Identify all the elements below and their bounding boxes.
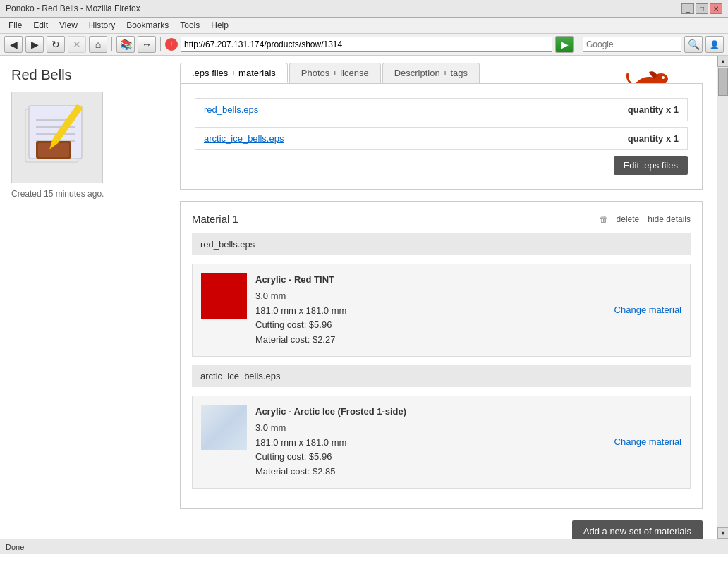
created-text: Created 15 minutes ago.	[11, 189, 154, 199]
tab-description[interactable]: Description + tags	[382, 63, 480, 83]
bookmarks-button[interactable]: 📚	[116, 36, 135, 53]
page-title: Red Bells	[11, 67, 154, 83]
change-material-link-red[interactable]: Change material	[614, 305, 681, 315]
stop-button[interactable]: ✕	[68, 36, 86, 53]
file-qty-1: quantity x 1	[628, 104, 679, 115]
toolbar: ◀ ▶ ↻ ✕ ⌂ 📚 ↔ ! ▶ 🔍 👤	[0, 34, 728, 56]
eps-section-red: red_bells.eps	[192, 233, 691, 255]
tab-bar: .eps files + materials Photos + license …	[180, 63, 703, 83]
file-row-1: red_bells.eps quantity x 1	[195, 98, 688, 121]
menu-file[interactable]: File	[3, 19, 28, 32]
material-title-1: Material 1	[192, 213, 238, 225]
material-material-cost-red: Material cost: $2.27	[255, 333, 606, 348]
scrollbar: ▲ ▼	[717, 56, 728, 539]
menu-history[interactable]: History	[83, 19, 121, 32]
main-content: .eps files + materials Photos + license …	[166, 56, 717, 539]
scroll-thumb[interactable]	[718, 68, 728, 96]
eps-section-red-label: red_bells.eps	[200, 239, 255, 250]
material-dimensions-red: 181.0 mm x 181.0 mm	[255, 304, 606, 319]
edit-btn-container: Edit .eps files	[195, 156, 688, 175]
separator-3	[578, 37, 578, 51]
home-button[interactable]: ⌂	[89, 36, 107, 53]
go-button[interactable]: ▶	[555, 36, 574, 53]
search-submit[interactable]: 🔍	[684, 36, 703, 53]
menu-tools[interactable]: Tools	[174, 19, 205, 32]
material-actions-1: 🗑 delete hide details	[600, 214, 691, 224]
window-title: Ponoko - Red Bells - Mozilla Firefox	[6, 4, 140, 13]
maximize-button[interactable]: □	[696, 3, 708, 14]
trash-icon: 🗑	[600, 214, 608, 224]
title-bar: Ponoko - Red Bells - Mozilla Firefox _ □…	[0, 0, 728, 18]
material-header-1: Material 1 🗑 delete hide details	[192, 213, 691, 225]
file-qty-2: quantity x 1	[628, 133, 679, 144]
material-detail-red: Acrylic - Red TINT 3.0 mm 181.0 mm x 181…	[192, 264, 691, 357]
add-materials-button[interactable]: Add a new set of materials	[572, 520, 703, 539]
address-bar: ! ▶	[165, 36, 574, 53]
close-button[interactable]: ✕	[710, 3, 722, 14]
scroll-track	[717, 67, 728, 527]
material-thickness-red: 3.0 mm	[255, 289, 606, 304]
status-text: Done	[6, 543, 24, 551]
window-controls: _ □ ✕	[681, 3, 722, 14]
material-name-red: Acrylic - Red TINT	[255, 273, 606, 288]
material-cutting-cost-red: Cutting cost: $5.96	[255, 318, 606, 333]
menu-edit[interactable]: Edit	[28, 19, 54, 32]
user-icon[interactable]: 👤	[705, 36, 724, 53]
tab-photos[interactable]: Photos + license	[289, 63, 381, 83]
menu-view[interactable]: View	[54, 19, 83, 32]
material-info-red: Acrylic - Red TINT 3.0 mm 181.0 mm x 181…	[255, 273, 606, 348]
scroll-up-button[interactable]: ▲	[717, 56, 728, 67]
material-info-arctic: Acrylic - Arctic Ice (Frosted 1-side) 3.…	[255, 405, 606, 479]
change-material-link-arctic[interactable]: Change material	[614, 436, 681, 447]
file-name-1[interactable]: red_bells.eps	[204, 104, 258, 115]
minimize-button[interactable]: _	[681, 3, 694, 14]
nav-button[interactable]: ↔	[138, 36, 156, 53]
forward-button[interactable]: ▶	[25, 36, 44, 53]
material-name-arctic: Acrylic - Arctic Ice (Frosted 1-side)	[255, 405, 606, 419]
file-name-2[interactable]: arctic_ice_bells.eps	[204, 133, 284, 144]
back-button[interactable]: ◀	[4, 36, 23, 53]
eps-files-panel: red_bells.eps quantity x 1 arctic_ice_be…	[180, 83, 703, 190]
reload-button[interactable]: ↻	[47, 36, 65, 53]
separator-1	[111, 37, 112, 51]
page: Red Bells Created 15 minutes ago.	[0, 56, 728, 539]
security-icon: !	[165, 38, 178, 51]
material-swatch-red	[201, 273, 247, 319]
material-material-cost-arctic: Material cost: $2.85	[255, 465, 606, 479]
material-dimensions-arctic: 181.0 mm x 181.0 mm	[255, 436, 606, 450]
add-materials-container: Add a new set of materials	[180, 520, 703, 539]
address-input[interactable]	[181, 37, 552, 52]
product-thumbnail	[15, 95, 99, 180]
menu-bookmarks[interactable]: Bookmarks	[121, 19, 174, 32]
material-thickness-arctic: 3.0 mm	[255, 421, 606, 436]
menu-help[interactable]: Help	[205, 19, 234, 32]
edit-eps-button[interactable]: Edit .eps files	[614, 156, 688, 175]
separator-2	[160, 37, 161, 51]
search-input[interactable]	[583, 37, 681, 52]
file-row-2: arctic_ice_bells.eps quantity x 1	[195, 127, 688, 150]
material-swatch-arctic	[201, 405, 247, 450]
eps-section-arctic: arctic_ice_bells.eps	[192, 365, 691, 387]
eps-section-arctic-label: arctic_ice_bells.eps	[200, 371, 280, 381]
material-panel-1: Material 1 🗑 delete hide details red_bel…	[180, 201, 703, 509]
product-image	[11, 92, 103, 183]
tab-eps-files[interactable]: .eps files + materials	[180, 63, 288, 83]
material-detail-arctic: Acrylic - Arctic Ice (Frosted 1-side) 3.…	[192, 396, 691, 489]
scroll-down-button[interactable]: ▼	[717, 527, 728, 539]
menu-bar: File Edit View History Bookmarks Tools H…	[0, 18, 728, 34]
delete-link-1[interactable]: delete	[617, 214, 640, 224]
hide-link-1[interactable]: hide details	[648, 214, 691, 224]
material-cutting-cost-arctic: Cutting cost: $5.96	[255, 450, 606, 465]
status-bar: Done	[0, 539, 728, 554]
sidebar: Red Bells Created 15 minutes ago.	[0, 56, 166, 539]
